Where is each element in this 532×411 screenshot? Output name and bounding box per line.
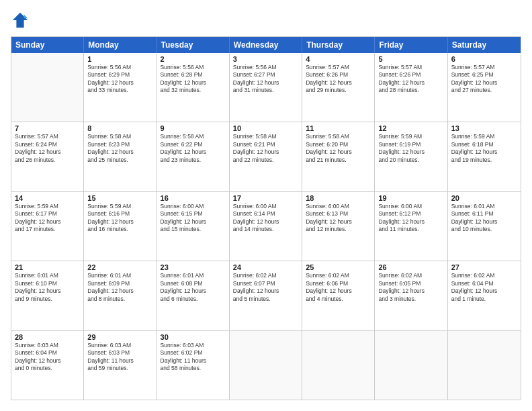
calendar-cell: 9Sunrise: 5:58 AM Sunset: 6:22 PM Daylig… [157, 122, 230, 191]
calendar-cell [230, 331, 302, 400]
weekday-header: Tuesday [157, 37, 230, 53]
calendar-cell: 18Sunrise: 6:00 AM Sunset: 6:13 PM Dayli… [302, 192, 375, 261]
day-number: 11 [306, 124, 371, 132]
day-number: 23 [161, 263, 226, 271]
day-number: 20 [451, 194, 517, 202]
day-number: 19 [378, 194, 443, 202]
cell-info: Sunrise: 6:00 AM Sunset: 6:13 PM Dayligh… [306, 203, 371, 234]
cell-info: Sunrise: 5:58 AM Sunset: 6:21 PM Dayligh… [233, 133, 298, 164]
day-number: 3 [233, 55, 298, 63]
calendar-row: 1Sunrise: 5:56 AM Sunset: 6:29 PM Daylig… [11, 53, 521, 122]
cell-info: Sunrise: 5:59 AM Sunset: 6:19 PM Dayligh… [378, 133, 443, 164]
cell-info: Sunrise: 6:00 AM Sunset: 6:15 PM Dayligh… [161, 203, 226, 234]
calendar-row: 14Sunrise: 5:59 AM Sunset: 6:17 PM Dayli… [11, 192, 521, 261]
calendar-header: SundayMondayTuesdayWednesdayThursdayFrid… [11, 37, 521, 53]
weekday-header: Saturday [448, 37, 521, 53]
cell-info: Sunrise: 6:01 AM Sunset: 6:08 PM Dayligh… [161, 272, 226, 303]
day-number: 10 [233, 124, 298, 132]
day-number: 28 [15, 333, 80, 341]
calendar-cell: 10Sunrise: 5:58 AM Sunset: 6:21 PM Dayli… [230, 122, 302, 191]
calendar-cell [448, 331, 521, 400]
cell-info: Sunrise: 6:02 AM Sunset: 6:05 PM Dayligh… [378, 272, 443, 303]
calendar-cell: 11Sunrise: 5:58 AM Sunset: 6:20 PM Dayli… [302, 122, 375, 191]
cell-info: Sunrise: 5:58 AM Sunset: 6:20 PM Dayligh… [306, 133, 371, 164]
cell-info: Sunrise: 6:03 AM Sunset: 6:04 PM Dayligh… [15, 342, 80, 373]
day-number: 5 [378, 55, 443, 63]
cell-info: Sunrise: 5:56 AM Sunset: 6:28 PM Dayligh… [161, 64, 226, 95]
logo [11, 11, 32, 30]
day-number: 29 [87, 333, 152, 341]
calendar-row: 28Sunrise: 6:03 AM Sunset: 6:04 PM Dayli… [11, 331, 521, 400]
day-number: 9 [161, 124, 226, 132]
cell-info: Sunrise: 5:56 AM Sunset: 6:29 PM Dayligh… [87, 64, 152, 95]
cell-info: Sunrise: 6:02 AM Sunset: 6:04 PM Dayligh… [451, 272, 517, 303]
day-number: 30 [161, 333, 226, 341]
day-number: 25 [306, 263, 371, 271]
calendar-cell: 13Sunrise: 5:59 AM Sunset: 6:18 PM Dayli… [448, 122, 521, 191]
calendar-cell: 25Sunrise: 6:02 AM Sunset: 6:06 PM Dayli… [302, 261, 375, 330]
cell-info: Sunrise: 5:59 AM Sunset: 6:16 PM Dayligh… [87, 203, 152, 234]
calendar-cell: 26Sunrise: 6:02 AM Sunset: 6:05 PM Dayli… [375, 261, 447, 330]
calendar-body: 1Sunrise: 5:56 AM Sunset: 6:29 PM Daylig… [11, 53, 521, 400]
calendar-row: 7Sunrise: 5:57 AM Sunset: 6:24 PM Daylig… [11, 122, 521, 191]
day-number: 21 [15, 263, 80, 271]
calendar-cell [11, 53, 84, 122]
calendar-cell: 23Sunrise: 6:01 AM Sunset: 6:08 PM Dayli… [157, 261, 230, 330]
calendar-cell: 7Sunrise: 5:57 AM Sunset: 6:24 PM Daylig… [11, 122, 84, 191]
calendar: SundayMondayTuesdayWednesdayThursdayFrid… [11, 36, 521, 400]
day-number: 16 [161, 194, 226, 202]
cell-info: Sunrise: 5:57 AM Sunset: 6:26 PM Dayligh… [378, 64, 443, 95]
calendar-cell: 21Sunrise: 6:01 AM Sunset: 6:10 PM Dayli… [11, 261, 84, 330]
calendar-cell: 6Sunrise: 5:57 AM Sunset: 6:25 PM Daylig… [448, 53, 521, 122]
calendar-cell: 4Sunrise: 5:57 AM Sunset: 6:26 PM Daylig… [302, 53, 375, 122]
cell-info: Sunrise: 5:58 AM Sunset: 6:23 PM Dayligh… [87, 133, 152, 164]
cell-info: Sunrise: 5:58 AM Sunset: 6:22 PM Dayligh… [161, 133, 226, 164]
cell-info: Sunrise: 6:00 AM Sunset: 6:12 PM Dayligh… [378, 203, 443, 234]
calendar-cell: 22Sunrise: 6:01 AM Sunset: 6:09 PM Dayli… [84, 261, 157, 330]
calendar-cell: 19Sunrise: 6:00 AM Sunset: 6:12 PM Dayli… [375, 192, 447, 261]
day-number: 12 [378, 124, 443, 132]
weekday-header: Sunday [11, 37, 84, 53]
page: SundayMondayTuesdayWednesdayThursdayFrid… [0, 0, 532, 411]
calendar-cell: 3Sunrise: 5:56 AM Sunset: 6:27 PM Daylig… [230, 53, 302, 122]
calendar-cell [375, 331, 447, 400]
logo-icon [11, 11, 30, 30]
calendar-cell: 15Sunrise: 5:59 AM Sunset: 6:16 PM Dayli… [84, 192, 157, 261]
header [11, 11, 521, 30]
day-number: 2 [161, 55, 226, 63]
cell-info: Sunrise: 5:57 AM Sunset: 6:24 PM Dayligh… [15, 133, 80, 164]
day-number: 24 [233, 263, 298, 271]
calendar-row: 21Sunrise: 6:01 AM Sunset: 6:10 PM Dayli… [11, 261, 521, 330]
calendar-cell: 30Sunrise: 6:03 AM Sunset: 6:02 PM Dayli… [157, 331, 230, 400]
calendar-cell: 14Sunrise: 5:59 AM Sunset: 6:17 PM Dayli… [11, 192, 84, 261]
cell-info: Sunrise: 6:03 AM Sunset: 6:03 PM Dayligh… [87, 342, 152, 373]
calendar-cell: 1Sunrise: 5:56 AM Sunset: 6:29 PM Daylig… [84, 53, 157, 122]
weekday-header: Monday [84, 37, 157, 53]
calendar-cell: 28Sunrise: 6:03 AM Sunset: 6:04 PM Dayli… [11, 331, 84, 400]
cell-info: Sunrise: 6:02 AM Sunset: 6:07 PM Dayligh… [233, 272, 298, 303]
day-number: 22 [87, 263, 152, 271]
weekday-header: Wednesday [230, 37, 302, 53]
day-number: 7 [15, 124, 80, 132]
calendar-cell: 29Sunrise: 6:03 AM Sunset: 6:03 PM Dayli… [84, 331, 157, 400]
cell-info: Sunrise: 6:02 AM Sunset: 6:06 PM Dayligh… [306, 272, 371, 303]
calendar-cell: 8Sunrise: 5:58 AM Sunset: 6:23 PM Daylig… [84, 122, 157, 191]
cell-info: Sunrise: 5:57 AM Sunset: 6:25 PM Dayligh… [451, 64, 517, 95]
day-number: 17 [233, 194, 298, 202]
cell-info: Sunrise: 5:56 AM Sunset: 6:27 PM Dayligh… [233, 64, 298, 95]
calendar-cell: 16Sunrise: 6:00 AM Sunset: 6:15 PM Dayli… [157, 192, 230, 261]
day-number: 4 [306, 55, 371, 63]
cell-info: Sunrise: 5:59 AM Sunset: 6:17 PM Dayligh… [15, 203, 80, 234]
cell-info: Sunrise: 6:01 AM Sunset: 6:10 PM Dayligh… [15, 272, 80, 303]
calendar-cell: 2Sunrise: 5:56 AM Sunset: 6:28 PM Daylig… [157, 53, 230, 122]
calendar-cell: 27Sunrise: 6:02 AM Sunset: 6:04 PM Dayli… [448, 261, 521, 330]
calendar-cell: 5Sunrise: 5:57 AM Sunset: 6:26 PM Daylig… [375, 53, 447, 122]
day-number: 14 [15, 194, 80, 202]
day-number: 26 [378, 263, 443, 271]
day-number: 6 [451, 55, 517, 63]
cell-info: Sunrise: 5:59 AM Sunset: 6:18 PM Dayligh… [451, 133, 517, 164]
cell-info: Sunrise: 5:57 AM Sunset: 6:26 PM Dayligh… [306, 64, 371, 95]
day-number: 8 [87, 124, 152, 132]
cell-info: Sunrise: 6:03 AM Sunset: 6:02 PM Dayligh… [161, 342, 226, 373]
calendar-cell: 17Sunrise: 6:00 AM Sunset: 6:14 PM Dayli… [230, 192, 302, 261]
